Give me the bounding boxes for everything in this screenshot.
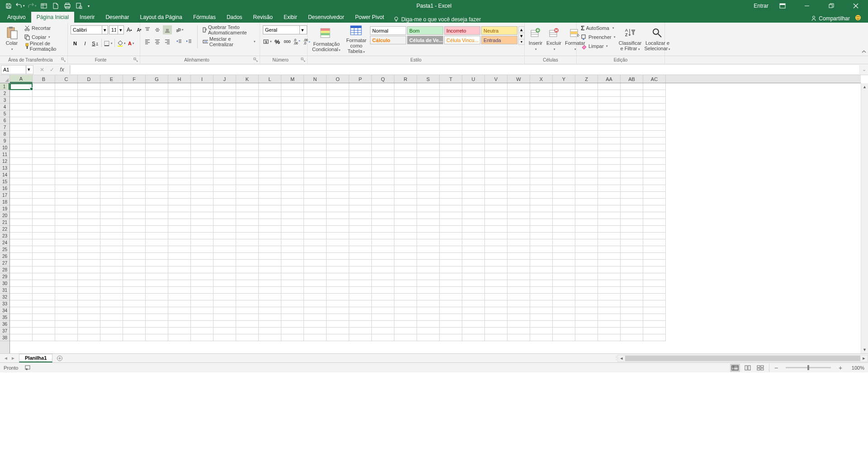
cell[interactable] <box>78 205 100 212</box>
format-as-table-button[interactable]: Formatar como Tabela▾ <box>344 24 368 54</box>
cell[interactable] <box>621 97 643 104</box>
cell[interactable] <box>530 334 553 341</box>
cell[interactable] <box>259 294 281 300</box>
cell[interactable] <box>236 104 259 110</box>
cell[interactable] <box>327 239 349 246</box>
cell[interactable] <box>417 205 440 212</box>
cell[interactable] <box>417 110 440 117</box>
cell[interactable] <box>146 199 168 205</box>
cell[interactable] <box>281 131 304 138</box>
cell[interactable] <box>440 226 462 233</box>
cell[interactable] <box>55 158 78 165</box>
cell[interactable] <box>78 260 100 266</box>
cell[interactable] <box>621 280 643 287</box>
cell[interactable] <box>259 239 281 246</box>
cell[interactable] <box>349 110 372 117</box>
cell[interactable] <box>168 131 191 138</box>
cell[interactable] <box>508 90 530 97</box>
cell[interactable] <box>168 287 191 294</box>
cell[interactable] <box>394 144 417 151</box>
normal-view-icon[interactable] <box>730 364 740 372</box>
cell[interactable] <box>327 321 349 328</box>
cell[interactable] <box>553 260 575 266</box>
cell[interactable] <box>123 260 146 266</box>
cell[interactable] <box>236 83 259 90</box>
number-launcher-icon[interactable] <box>301 57 306 63</box>
cell[interactable] <box>100 226 123 233</box>
cell[interactable] <box>621 334 643 341</box>
page-layout-view-icon[interactable] <box>743 364 753 372</box>
cell[interactable] <box>236 144 259 151</box>
cell[interactable] <box>530 246 553 253</box>
cell[interactable] <box>168 273 191 280</box>
cell[interactable] <box>10 280 33 287</box>
cell[interactable] <box>530 124 553 131</box>
cell[interactable] <box>485 212 508 219</box>
cell[interactable] <box>191 124 213 131</box>
cell[interactable] <box>530 233 553 239</box>
column-header[interactable]: AA <box>598 75 621 83</box>
cell[interactable] <box>55 138 78 144</box>
row-header[interactable]: 38 <box>0 334 9 341</box>
cell[interactable] <box>259 321 281 328</box>
cell[interactable] <box>236 246 259 253</box>
cell[interactable] <box>10 300 33 307</box>
cell[interactable] <box>417 192 440 199</box>
cell[interactable] <box>78 158 100 165</box>
cell[interactable] <box>417 158 440 165</box>
cell[interactable] <box>575 280 598 287</box>
cell[interactable] <box>10 124 33 131</box>
cell[interactable] <box>508 138 530 144</box>
cell[interactable] <box>643 110 666 117</box>
cell[interactable] <box>621 246 643 253</box>
cell[interactable] <box>78 199 100 205</box>
cell[interactable] <box>10 199 33 205</box>
cell[interactable] <box>259 205 281 212</box>
quick-print-icon[interactable] <box>62 1 72 11</box>
cell[interactable] <box>191 192 213 199</box>
row-header[interactable]: 16 <box>0 185 9 192</box>
cell[interactable] <box>485 104 508 110</box>
cell[interactable] <box>78 185 100 192</box>
cell[interactable] <box>10 307 33 314</box>
cell[interactable] <box>100 131 123 138</box>
cell[interactable] <box>349 294 372 300</box>
signin-link[interactable]: Entrar <box>754 3 768 9</box>
cell[interactable] <box>485 334 508 341</box>
cell[interactable] <box>394 334 417 341</box>
cell[interactable] <box>462 171 485 178</box>
cell[interactable] <box>123 205 146 212</box>
cell[interactable] <box>440 151 462 158</box>
cell[interactable] <box>100 300 123 307</box>
row-header[interactable]: 22 <box>0 226 9 233</box>
cell[interactable] <box>281 314 304 321</box>
cell[interactable] <box>281 334 304 341</box>
cell[interactable] <box>304 273 327 280</box>
cell[interactable] <box>123 287 146 294</box>
cell[interactable] <box>417 246 440 253</box>
cell[interactable] <box>168 280 191 287</box>
cell[interactable] <box>417 138 440 144</box>
cell[interactable] <box>598 110 621 117</box>
macro-record-icon[interactable] <box>24 364 31 371</box>
cell[interactable] <box>508 144 530 151</box>
cell[interactable] <box>213 110 236 117</box>
page-break-view-icon[interactable] <box>755 364 765 372</box>
cell[interactable] <box>440 138 462 144</box>
align-middle-icon[interactable] <box>153 25 162 34</box>
cell[interactable] <box>259 199 281 205</box>
number-format-combo[interactable]: ▾ <box>263 25 307 34</box>
cell[interactable] <box>213 280 236 287</box>
cell[interactable] <box>598 314 621 321</box>
cell[interactable] <box>485 83 508 90</box>
cell[interactable] <box>485 158 508 165</box>
cell[interactable] <box>349 287 372 294</box>
cell[interactable] <box>349 199 372 205</box>
cell[interactable] <box>327 287 349 294</box>
cell[interactable] <box>394 192 417 199</box>
tab-review[interactable]: Revisão <box>248 12 278 23</box>
cell[interactable] <box>123 144 146 151</box>
cell[interactable] <box>553 192 575 199</box>
cell[interactable] <box>621 328 643 334</box>
cell[interactable] <box>643 131 666 138</box>
